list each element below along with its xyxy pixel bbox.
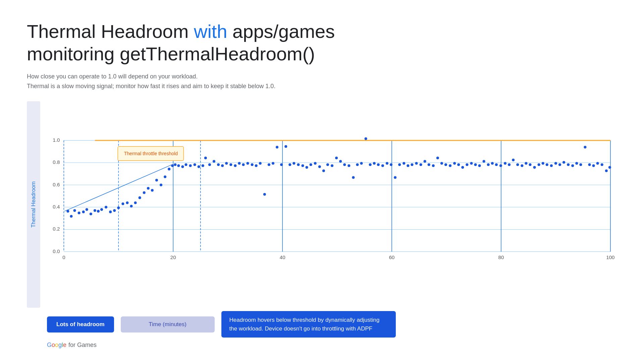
svg-point-64 xyxy=(204,157,207,159)
svg-point-147 xyxy=(554,162,557,165)
svg-point-107 xyxy=(386,162,388,165)
svg-text:100: 100 xyxy=(606,254,614,260)
svg-point-43 xyxy=(121,202,124,205)
svg-point-38 xyxy=(100,208,103,211)
svg-text:40: 40 xyxy=(280,254,285,260)
for-games-text: for Games xyxy=(68,342,97,349)
svg-text:20: 20 xyxy=(170,254,176,260)
svg-point-158 xyxy=(601,163,603,166)
svg-point-52 xyxy=(160,184,162,186)
svg-point-29 xyxy=(66,210,69,213)
svg-point-97 xyxy=(343,163,346,166)
svg-point-141 xyxy=(529,163,531,166)
svg-point-92 xyxy=(322,169,325,172)
svg-point-62 xyxy=(198,165,200,168)
svg-point-124 xyxy=(457,163,460,166)
svg-point-100 xyxy=(356,163,359,166)
chart-inner: 1.0 0.8 0.6 0.4 0.2 0.0 0 20 40 60 80 10… xyxy=(44,101,617,308)
svg-point-125 xyxy=(461,166,464,169)
svg-point-119 xyxy=(436,157,439,159)
svg-point-67 xyxy=(217,163,220,166)
svg-point-75 xyxy=(251,163,254,166)
svg-point-91 xyxy=(318,165,321,168)
svg-point-85 xyxy=(292,162,295,165)
svg-point-78 xyxy=(263,193,266,196)
time-minutes-label: Time (minutes) xyxy=(121,316,215,333)
subtitle-line1: How close you can operate to 1.0 will de… xyxy=(27,72,617,81)
svg-point-146 xyxy=(550,164,553,167)
y-axis-label: Thermal Headroom xyxy=(27,101,40,308)
svg-point-116 xyxy=(424,160,426,163)
google-text: Google xyxy=(47,342,66,349)
svg-point-66 xyxy=(213,160,215,163)
page-title: Thermal Headroom with apps/games monitor… xyxy=(27,20,617,65)
chart-svg: 1.0 0.8 0.6 0.4 0.2 0.0 0 20 40 60 80 10… xyxy=(44,101,617,308)
svg-point-33 xyxy=(82,210,85,213)
svg-point-36 xyxy=(94,209,96,212)
svg-point-104 xyxy=(373,162,376,165)
svg-point-80 xyxy=(272,162,274,165)
svg-point-143 xyxy=(538,163,540,166)
svg-point-79 xyxy=(268,163,270,166)
svg-point-135 xyxy=(504,162,506,165)
svg-point-59 xyxy=(184,163,187,166)
svg-text:60: 60 xyxy=(389,254,395,260)
svg-text:0.6: 0.6 xyxy=(53,182,60,187)
svg-text:Thermal throttle threshold: Thermal throttle threshold xyxy=(124,151,178,156)
svg-point-136 xyxy=(508,163,511,166)
svg-point-61 xyxy=(194,163,196,166)
svg-point-55 xyxy=(171,164,174,167)
google-logo: Google for Games xyxy=(27,342,617,349)
svg-text:0.8: 0.8 xyxy=(53,159,60,165)
svg-point-127 xyxy=(470,162,473,165)
svg-point-65 xyxy=(208,163,211,166)
svg-point-139 xyxy=(521,164,523,167)
svg-point-77 xyxy=(259,162,262,165)
svg-point-118 xyxy=(432,164,435,167)
svg-point-56 xyxy=(174,163,176,166)
svg-point-155 xyxy=(588,163,591,166)
svg-point-31 xyxy=(73,209,76,212)
svg-point-51 xyxy=(155,179,158,182)
svg-point-96 xyxy=(339,160,342,163)
svg-point-35 xyxy=(90,213,92,215)
svg-point-157 xyxy=(596,162,599,165)
svg-point-71 xyxy=(234,164,236,167)
svg-point-126 xyxy=(466,163,468,166)
svg-point-111 xyxy=(402,162,405,165)
svg-point-160 xyxy=(608,166,611,169)
svg-point-90 xyxy=(314,162,317,165)
svg-point-102 xyxy=(365,137,367,140)
svg-point-148 xyxy=(558,163,561,166)
svg-point-138 xyxy=(516,163,519,166)
svg-point-117 xyxy=(428,163,430,166)
svg-point-47 xyxy=(139,196,141,199)
svg-point-39 xyxy=(105,206,107,208)
svg-text:80: 80 xyxy=(498,254,504,260)
svg-point-129 xyxy=(478,164,481,167)
svg-point-103 xyxy=(369,163,372,166)
svg-point-121 xyxy=(444,163,447,166)
svg-point-134 xyxy=(499,164,502,167)
svg-point-137 xyxy=(512,159,515,161)
svg-point-95 xyxy=(335,157,338,159)
page-container: Thermal Headroom with apps/games monitor… xyxy=(0,0,644,362)
headroom-desc-label: Headroom hovers below threshold by dynam… xyxy=(221,311,396,338)
svg-point-54 xyxy=(168,168,170,170)
svg-point-112 xyxy=(407,164,409,167)
svg-point-60 xyxy=(189,164,192,167)
svg-point-76 xyxy=(255,164,258,167)
svg-point-41 xyxy=(113,209,116,212)
svg-point-106 xyxy=(381,164,384,167)
svg-point-82 xyxy=(280,163,283,166)
svg-point-53 xyxy=(164,175,166,178)
svg-text:0.0: 0.0 xyxy=(53,248,60,254)
svg-point-145 xyxy=(546,163,548,166)
svg-point-37 xyxy=(97,210,100,213)
svg-point-144 xyxy=(542,162,544,165)
svg-point-89 xyxy=(310,163,312,166)
svg-point-108 xyxy=(390,163,392,166)
title-part2: apps/games xyxy=(227,21,335,42)
svg-point-151 xyxy=(571,164,574,167)
svg-point-131 xyxy=(487,163,490,166)
